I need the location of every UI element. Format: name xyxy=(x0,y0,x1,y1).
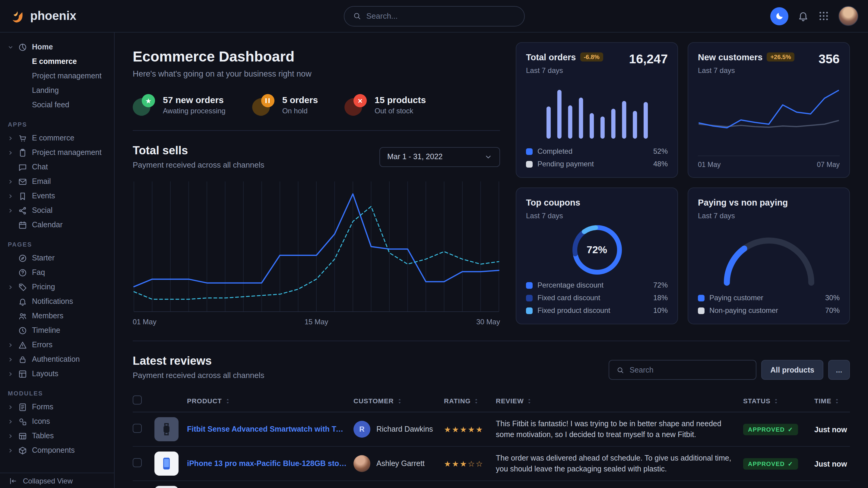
sidebar: Home E commerce Project management Landi… xyxy=(0,33,115,488)
collapse-left-icon xyxy=(8,477,18,485)
page-title: Ecommerce Dashboard xyxy=(133,48,500,65)
col-product[interactable]: PRODUCT xyxy=(154,389,353,412)
chevron-right-icon xyxy=(8,342,13,348)
sort-icon xyxy=(834,398,841,404)
sidebar-item-layouts[interactable]: Layouts xyxy=(0,366,114,381)
sidebar-item-project-management-dashboard[interactable]: Project management xyxy=(0,69,114,83)
sidebar-item-email[interactable]: Email xyxy=(0,174,114,189)
product-image-smartwatch xyxy=(154,417,179,441)
total-sells-header: Total sells Payment received across all … xyxy=(133,144,500,169)
reviews-title: Latest reviews xyxy=(133,355,264,368)
sidebar-item-ecommerce-dashboard[interactable]: E commerce xyxy=(0,54,114,69)
dashboard-left-column: Ecommerce Dashboard Here's what's going … xyxy=(133,42,500,326)
date-range-select[interactable]: Mar 1 - 31, 2022 xyxy=(379,147,500,167)
user-avatar[interactable] xyxy=(838,6,858,26)
sidebar-item-authentication[interactable]: Authentication xyxy=(0,352,114,366)
select-all-checkbox[interactable] xyxy=(133,395,142,404)
clock-icon xyxy=(18,326,27,335)
sidebar-item-icons[interactable]: Icons xyxy=(0,414,114,429)
search-icon xyxy=(617,366,624,374)
top-coupons-donut-chart: 72% xyxy=(565,225,628,275)
sidebar-item-forms[interactable]: Forms xyxy=(0,400,114,414)
sidebar-item-notifications[interactable]: Notifications xyxy=(0,294,114,308)
reviews-controls: All products ... xyxy=(609,360,850,380)
rating-stars: ★★★☆☆ xyxy=(444,459,484,468)
new-customers-value: 356 xyxy=(818,52,840,75)
sidebar-item-timeline[interactable]: Timeline xyxy=(0,323,114,337)
chevron-right-icon xyxy=(8,208,13,213)
legend-non-paying-customer: Non-paying customer 70% xyxy=(698,306,840,315)
chevron-right-icon xyxy=(8,357,13,362)
col-status[interactable]: STATUS xyxy=(743,389,814,412)
calendar-icon xyxy=(18,220,27,229)
sidebar-item-calendar[interactable]: Calendar xyxy=(0,218,114,232)
sidebar-item-chat[interactable]: Chat xyxy=(0,160,114,174)
sort-icon xyxy=(773,398,780,404)
product-link[interactable]: Fitbit Sense Advanced Smartwatch with To… xyxy=(187,425,347,433)
reviews-search-input[interactable] xyxy=(629,366,749,374)
global-search[interactable] xyxy=(343,6,525,26)
table-icon xyxy=(18,431,27,441)
stats-row: ★ 57 new orders Awating processing xyxy=(133,94,500,131)
avatar: R xyxy=(353,421,370,438)
topbar: phoenix xyxy=(0,0,868,33)
sort-icon xyxy=(224,398,231,404)
reviews-search[interactable] xyxy=(609,360,756,380)
sort-icon xyxy=(396,398,403,404)
sidebar-item-social[interactable]: Social xyxy=(0,203,114,218)
product-image xyxy=(154,486,179,488)
sidebar-item-ecommerce[interactable]: E commerce xyxy=(0,131,114,145)
sidebar-item-project-management[interactable]: Project management xyxy=(0,145,114,160)
row-checkbox[interactable] xyxy=(133,458,142,467)
sidebar-item-starter[interactable]: Starter xyxy=(0,251,114,265)
latest-reviews-section: Latest reviews Payment received across a… xyxy=(133,341,850,488)
sidebar-item-social-feed[interactable]: Social feed xyxy=(0,98,114,112)
compass-icon xyxy=(18,254,27,263)
col-review[interactable]: REVIEW xyxy=(496,389,743,412)
sidebar-item-components[interactable]: Components xyxy=(0,443,114,458)
col-customer[interactable]: CUSTOMER xyxy=(353,389,444,412)
sidebar-item-pricing[interactable]: Pricing xyxy=(0,280,114,294)
col-rating[interactable]: RATING xyxy=(444,389,496,412)
total-sells-chart xyxy=(133,179,500,314)
pie-icon xyxy=(18,42,27,52)
product-link[interactable]: iPhone 13 pro max-Pacific Blue-128GB sto… xyxy=(187,459,347,468)
sidebar-item-faq[interactable]: Faq xyxy=(0,265,114,280)
all-products-button[interactable]: All products xyxy=(761,360,824,380)
new-customers-line-chart xyxy=(698,83,840,153)
brand-logo[interactable]: phoenix xyxy=(10,8,76,24)
sidebar-item-home[interactable]: Home xyxy=(0,40,114,54)
sidebar-item-tables[interactable]: Tables xyxy=(0,429,114,443)
sidebar-item-members[interactable]: Members xyxy=(0,308,114,323)
chat-icon xyxy=(18,162,27,171)
total-orders-bar-chart xyxy=(546,79,648,139)
row-checkbox[interactable] xyxy=(133,423,142,432)
kpi-cards-grid: Total orders-6.8% Last 7 days 16,247 Com… xyxy=(516,42,850,326)
sidebar-item-events[interactable]: Events xyxy=(0,189,114,203)
topbar-actions xyxy=(770,6,858,26)
stat-new-orders: ★ 57 new orders Awating processing xyxy=(133,94,226,116)
chevron-right-icon xyxy=(8,371,13,377)
main-content: Ecommerce Dashboard Here's what's going … xyxy=(115,33,868,488)
bell-icon[interactable] xyxy=(798,10,809,22)
pause-blob-icon xyxy=(252,94,275,116)
chevron-right-icon xyxy=(8,404,13,410)
top-coupons-card: Top coupons Last 7 days 72% Percentage d xyxy=(516,188,678,324)
more-actions-button[interactable]: ... xyxy=(828,360,850,380)
bell-icon xyxy=(18,297,27,306)
dark-mode-toggle[interactable] xyxy=(770,7,788,25)
search-icon xyxy=(352,11,361,21)
phoenix-logo-icon xyxy=(10,8,25,24)
paying-gauge-chart xyxy=(718,230,819,288)
total-sells-title: Total sells xyxy=(133,144,264,157)
collapsed-view-toggle[interactable]: Collapsed View xyxy=(0,473,114,488)
reviews-subtitle: Payment received across all channels xyxy=(133,371,264,380)
global-search-input[interactable] xyxy=(366,11,516,21)
apps-grid-icon[interactable] xyxy=(818,10,829,22)
sidebar-item-errors[interactable]: Errors xyxy=(0,337,114,352)
legend-paying-customer: Paying customer 30% xyxy=(698,294,840,302)
col-time[interactable]: TIME xyxy=(814,389,850,412)
total-orders-value: 16,247 xyxy=(629,52,668,75)
sidebar-item-landing[interactable]: Landing xyxy=(0,83,114,98)
chevron-right-icon xyxy=(8,179,13,184)
